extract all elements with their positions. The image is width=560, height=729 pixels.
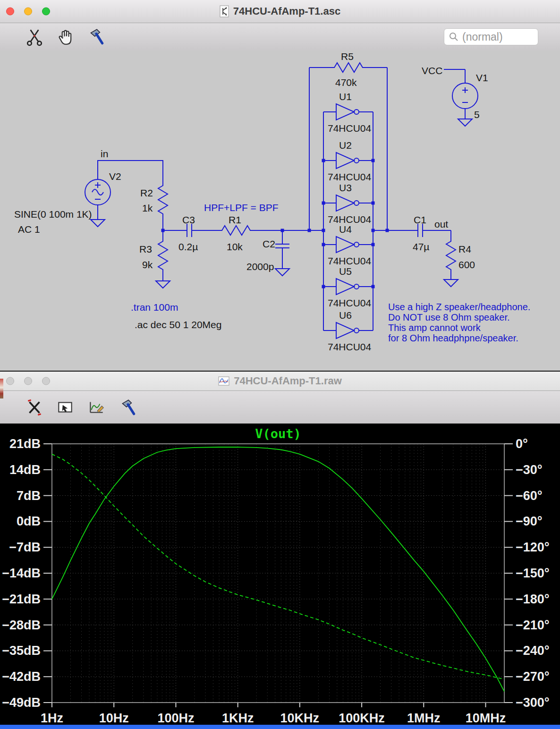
voltage-source-v1[interactable]: [452, 83, 478, 109]
c2-ref[interactable]: C2: [263, 238, 275, 249]
inverter-ref[interactable]: U1: [339, 91, 352, 102]
r1-ref[interactable]: R1: [229, 214, 241, 225]
y-right-tick-label: −210°: [516, 618, 550, 632]
inverter-part[interactable]: 74HCU04: [328, 341, 372, 352]
resistor-r5[interactable]: [331, 63, 366, 72]
wire-junction: [372, 243, 375, 246]
v1-ref[interactable]: V1: [476, 72, 488, 83]
y-left-tick-label: −28dB: [2, 618, 41, 632]
schematic-doc-icon: [220, 5, 229, 17]
r3-value[interactable]: 9k: [142, 259, 153, 270]
wire-segments[interactable]: [98, 68, 465, 331]
net-label-in[interactable]: in: [101, 148, 108, 159]
inverter-part[interactable]: 74HCU04: [328, 297, 372, 308]
inverter-part[interactable]: 74HCU04: [328, 214, 372, 225]
bottom-blue-strip: [0, 725, 560, 729]
schematic-window: 74HCU-AfAmp-T1.asc (normal): [0, 0, 560, 372]
schematic-canvas[interactable]: U174HCU04U274HCU04U374HCU04U474HCU04U574…: [0, 51, 560, 371]
x-tick-label: 10MHz: [466, 711, 506, 725]
v2-ref[interactable]: V2: [109, 171, 121, 182]
x-tick-label: 100KHz: [339, 711, 385, 725]
schematic-titlebar: 74HCU-AfAmp-T1.asc: [0, 0, 560, 23]
v2-ac-directive[interactable]: AC 1: [18, 224, 40, 235]
v1-value[interactable]: 5: [474, 109, 480, 120]
search-field[interactable]: (normal): [444, 28, 538, 45]
filter-annotation[interactable]: HPF+LPF = BPF: [204, 202, 279, 213]
voltage-source-v2[interactable]: [85, 179, 110, 205]
inverter-ref[interactable]: U3: [339, 182, 352, 193]
x-tick-label: 10KHz: [280, 711, 320, 725]
window-title: 74HCU-AfAmp-T1.asc: [233, 5, 340, 17]
bode-plot-pane[interactable]: 21dB0°14dB−30°7dB−60°0dB−90°−7dB−120°−14…: [0, 424, 560, 729]
inverter-part[interactable]: 74HCU04: [328, 255, 372, 266]
resistor-r4[interactable]: [446, 237, 456, 273]
r4-ref[interactable]: R4: [458, 244, 471, 254]
wire-junction: [372, 285, 375, 288]
zoom-box-icon[interactable]: [55, 398, 75, 417]
note-line[interactable]: Do NOT use 8 Ohm speaker.: [388, 312, 510, 322]
wire-junction: [322, 285, 325, 288]
waveform-doc-icon: [218, 376, 229, 386]
y-right-tick-label: −60°: [516, 489, 543, 503]
wire-junction: [322, 243, 325, 246]
resistor-r3[interactable]: [158, 237, 168, 273]
y-right-tick-label: −300°: [516, 695, 550, 710]
capacitor-c2[interactable]: [275, 244, 289, 248]
y-right-tick-label: −270°: [516, 670, 550, 684]
r3-ref[interactable]: R3: [139, 244, 152, 254]
control-panel-hammer-icon[interactable]: [118, 398, 138, 417]
tran-directive[interactable]: .tran 100m: [131, 302, 178, 313]
inverter-symbol[interactable]: [336, 322, 354, 339]
c3-ref[interactable]: C3: [182, 214, 195, 225]
note-line[interactable]: This amp cannot work: [388, 322, 481, 333]
search-icon: [449, 32, 459, 42]
note-line[interactable]: Use a high Z speaker/headphone.: [388, 302, 530, 312]
y-left-tick-label: −21dB: [2, 592, 41, 606]
y-right-tick-label: −120°: [516, 540, 550, 554]
inverter-symbol[interactable]: [336, 195, 354, 211]
inverter-symbol[interactable]: [336, 104, 354, 120]
v2-sine-directive[interactable]: SINE(0 100m 1K): [14, 209, 92, 220]
plot-settings-icon[interactable]: [86, 398, 106, 417]
r4-value[interactable]: 600: [458, 259, 475, 270]
r5-ref[interactable]: R5: [341, 51, 354, 62]
inverter-part[interactable]: 74HCU04: [328, 123, 372, 134]
inverter-symbol[interactable]: [336, 153, 354, 169]
y-right-tick-label: 0°: [516, 437, 528, 451]
inverter-part[interactable]: 74HCU04: [328, 171, 372, 182]
r5-value[interactable]: 470k: [335, 77, 357, 88]
c1-value[interactable]: 47µ: [413, 241, 429, 252]
y-left-tick-label: −7dB: [9, 540, 41, 554]
note-line[interactable]: for 8 Ohm headphpne/speaker.: [388, 333, 518, 343]
control-panel-hammer-icon[interactable]: [86, 27, 106, 47]
capacitor-c3[interactable]: [187, 224, 192, 237]
delete-trace-icon[interactable]: [25, 398, 44, 417]
net-label-out[interactable]: out: [434, 219, 448, 229]
c2-value[interactable]: 2000p: [246, 261, 274, 272]
inverter-ref[interactable]: U4: [339, 224, 352, 235]
x-tick-label: 1Hz: [41, 711, 63, 725]
waveform-toolbar: [0, 391, 560, 424]
inverter-ref[interactable]: U6: [339, 310, 352, 321]
capacitor-c1[interactable]: [418, 224, 423, 237]
inverter-ref[interactable]: U2: [339, 140, 352, 151]
search-placeholder: (normal): [462, 31, 503, 43]
net-label-vcc[interactable]: VCC: [422, 65, 442, 76]
r2-ref[interactable]: R2: [140, 187, 153, 198]
r1-value[interactable]: 10k: [227, 241, 243, 252]
inverter-symbol[interactable]: [336, 237, 354, 253]
c3-value[interactable]: 0.2µ: [178, 241, 198, 252]
magnitude-trace[interactable]: [52, 447, 504, 692]
trace-title[interactable]: V(out): [255, 426, 301, 441]
r2-value[interactable]: 1k: [142, 203, 153, 213]
c1-ref[interactable]: C1: [414, 214, 426, 225]
resistor-r1[interactable]: [218, 226, 254, 235]
inverter-ref[interactable]: U5: [339, 266, 352, 277]
y-right-tick-label: −90°: [516, 514, 543, 528]
inverter-symbol[interactable]: [336, 279, 354, 295]
phase-trace[interactable]: [52, 454, 504, 679]
resistor-r2[interactable]: [158, 182, 168, 218]
pan-hand-icon[interactable]: [55, 27, 75, 47]
cut-icon[interactable]: [25, 27, 44, 47]
ac-directive[interactable]: .ac dec 50 1 20Meg: [135, 319, 221, 330]
